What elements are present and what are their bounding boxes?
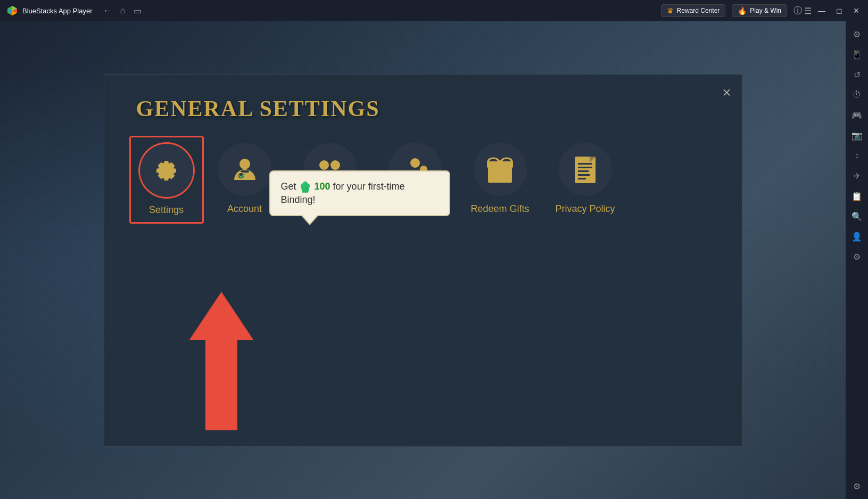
privacy-policy-icon [571,153,600,185]
multiwindow-icon[interactable]: ▭ [134,6,142,16]
sidebar-icon-3[interactable]: ↺ [848,66,865,83]
svg-rect-20 [578,170,589,172]
titlebar-right: ♛ Reward Center 🔥 Play & Win ⓘ ☰ — ◻ ✕ [661,4,868,17]
account-icon-circle [218,143,271,196]
titlebar: BlueStacks App Player ← ⌂ ▭ ♛ Reward Cen… [0,0,868,21]
svg-point-8 [319,160,329,170]
red-arrow-annotation [189,292,253,430]
sidebar-icon-1[interactable]: ⚙ [848,26,865,43]
settings-icon-circle [140,144,193,197]
tooltip-bubble: Get 100 for your first-time Binding! [269,170,450,216]
tooltip-text-after: for your first-time Binding! [281,181,405,205]
account-label: Account [227,203,262,215]
gem-icon [301,181,310,193]
privacy-policy-menu-item[interactable]: Privacy Policy [548,143,623,215]
sidebar-icon-2[interactable]: 📱 [848,46,865,63]
svg-point-5 [239,159,250,169]
bluestacks-logo-icon [6,5,18,17]
svg-rect-22 [578,178,586,179]
help-icon[interactable]: ⓘ [793,5,802,17]
tooltip-text-before: Get [281,181,296,192]
svg-rect-19 [578,167,592,168]
sidebar-icon-11[interactable]: 👤 [848,228,865,245]
svg-point-10 [410,158,420,168]
maximize-button[interactable]: ◻ [832,4,847,17]
hamburger-icon[interactable]: ☰ [804,6,812,16]
arrow-head [189,292,253,340]
privacy-policy-icon-circle [559,143,612,196]
minimize-button[interactable]: — [814,4,830,17]
privacy-policy-label: Privacy Policy [555,203,615,215]
crown-icon: ♛ [667,6,674,15]
settings-label: Settings [149,204,184,216]
sidebar-icon-10[interactable]: 🔍 [848,208,865,225]
titlebar-nav: ← ⌂ ▭ [103,6,142,16]
gear-icon [152,156,181,185]
svg-rect-21 [578,174,590,176]
home-icon[interactable]: ⌂ [120,6,126,15]
arrow-body [205,340,237,430]
right-sidebar: ⚙ 📱 ↺ ⏱ 🎮 📷 ↕ ✈ 📋 🔍 👤 ⚙ ⚙ [846,21,868,499]
back-icon[interactable]: ← [103,6,112,15]
svg-rect-14 [498,160,502,183]
sidebar-icon-4[interactable]: ⏱ [848,86,865,103]
modal-close-button[interactable]: × [722,85,731,100]
flame-icon: 🔥 [738,6,747,15]
sidebar-icon-13[interactable]: ⚙ [848,478,865,495]
titlebar-left: BlueStacks App Player [0,5,93,17]
redeem-gifts-icon-circle [474,143,527,196]
sidebar-icon-5[interactable]: 🎮 [848,107,865,124]
reward-center-button[interactable]: ♛ Reward Center [661,4,726,17]
svg-rect-18 [578,163,592,165]
settings-menu-item[interactable]: Settings [129,136,204,224]
play-win-button[interactable]: 🔥 Play & Win [732,4,787,17]
window-controls: ⓘ ☰ — ◻ ✕ [793,4,864,17]
modal-overlay: GENERAL SETTINGS × Get 100 for your firs… [0,21,846,499]
redeem-gifts-icon [483,152,517,186]
play-win-label: Play & Win [750,7,781,14]
close-button[interactable]: ✕ [849,4,864,17]
reward-center-label: Reward Center [677,7,720,14]
sidebar-icon-7[interactable]: ↕ [848,147,865,164]
tooltip-number: 100 [315,181,330,192]
svg-point-9 [330,160,340,170]
app-title: BlueStacks App Player [22,7,93,15]
sidebar-icon-12[interactable]: ⚙ [848,248,865,265]
redeem-gifts-label: Redeem Gifts [470,203,529,215]
sidebar-icon-6[interactable]: 📷 [848,127,865,144]
sidebar-icon-8[interactable]: ✈ [848,167,865,184]
sidebar-icon-9[interactable]: 📋 [848,187,865,204]
redeem-gifts-menu-item[interactable]: Redeem Gifts [463,143,538,215]
account-icon [229,153,261,185]
modal-title: GENERAL SETTINGS [136,96,710,121]
general-settings-modal: GENERAL SETTINGS × Get 100 for your firs… [104,74,742,447]
